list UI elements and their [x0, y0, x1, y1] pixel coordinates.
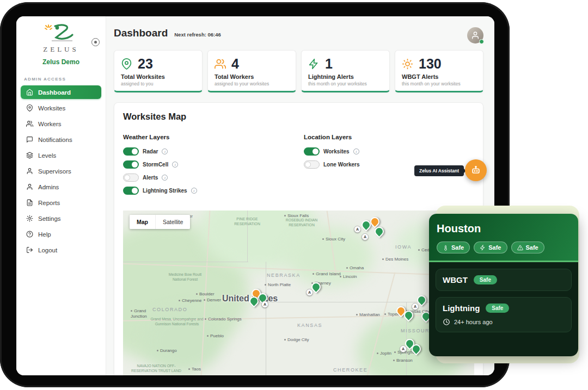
stat-card-lightning-alerts: 1 Lightning Alerts this month on your wo… — [301, 50, 390, 92]
info-icon[interactable]: i — [191, 188, 197, 194]
city-label: Grand Junction — [131, 308, 157, 319]
map-view-button[interactable]: Map — [130, 215, 155, 229]
radar-toggle[interactable] — [123, 147, 139, 156]
state-label: COLORADO — [152, 307, 187, 312]
city-label: Pueblo — [207, 333, 224, 338]
worksites-map[interactable]: Map Satellite United States WYOMING IOWA… — [123, 211, 474, 375]
sidebar-item-settings[interactable]: Settings — [21, 212, 101, 225]
sidebar-item-label: Reports — [38, 200, 60, 206]
satellite-view-button[interactable]: Satellite — [155, 215, 190, 229]
sidebar-item-levels[interactable]: Levels — [21, 148, 101, 162]
city-label: North Platte — [265, 282, 291, 287]
city-label: Durango — [157, 348, 177, 353]
houston-header: Houston Safe Safe Safe — [429, 214, 578, 261]
state-label: MISSOURI — [401, 328, 432, 333]
lightning-time-label: 24+ hours ago — [454, 319, 493, 325]
sidebar-item-dashboard[interactable]: Dashboard — [21, 85, 101, 99]
worksite-marker[interactable]: A — [354, 226, 361, 233]
status-dot — [479, 39, 484, 44]
region-label: Medicine Bow Routt National Forest — [162, 273, 208, 282]
next-refresh-label: Next refresh: 06:46 — [174, 32, 221, 38]
alert-status-pill: Safe — [511, 242, 544, 253]
sidebar-item-label: Settings — [38, 215, 61, 222]
sidebar: ZELUS Zelus Demo ADMIN ACCESS Dashboard … — [16, 16, 106, 375]
worksite-pin-icon — [121, 58, 132, 70]
map-type-controls: Map Satellite — [130, 215, 190, 229]
sidebar-item-workers[interactable]: Workers — [21, 117, 101, 131]
workers-icon — [215, 58, 226, 70]
sidebar-section-label: ADMIN ACCESS — [24, 77, 98, 82]
info-icon[interactable]: i — [162, 175, 168, 181]
stormcell-toggle[interactable] — [123, 160, 139, 169]
info-icon[interactable]: i — [162, 148, 168, 154]
stat-cards-row: 23 Total Worksites assigned to you 4 Tot… — [106, 44, 494, 92]
sidebar-item-reports[interactable]: Reports — [21, 196, 101, 209]
sidebar-item-label: Workers — [38, 121, 62, 127]
worksite-marker[interactable]: A — [261, 301, 268, 308]
state-label: NEBRASKA — [267, 273, 301, 278]
city-label: Sioux Falls — [284, 213, 309, 218]
page-title: Dashboard — [114, 27, 168, 39]
alert-triangle-icon — [517, 245, 523, 251]
sidebar-collapse-button[interactable] — [91, 38, 100, 46]
sidebar-item-worksites[interactable]: Worksites — [21, 101, 101, 115]
file-icon — [26, 199, 33, 206]
stat-label: WBGT Alerts — [402, 73, 476, 80]
sidebar-item-supervisors[interactable]: Supervisors — [21, 164, 101, 178]
stat-card-wbgt-alerts: 130 WBGT Alerts this month on your works… — [395, 50, 483, 92]
layer-row-radar: Radar i — [123, 147, 304, 156]
sidebar-item-logout[interactable]: Logout — [21, 243, 101, 257]
region-label: NAVAJO NATION OFF-RESERVATION TRUST LAND — [125, 364, 187, 374]
pill-label: Safe — [451, 244, 464, 251]
users-icon — [26, 120, 33, 127]
sidebar-item-admins[interactable]: Admins — [21, 180, 101, 194]
city-label: Cheyenne — [179, 298, 201, 303]
chat-icon — [26, 136, 33, 143]
sidebar-item-label: Logout — [38, 247, 57, 253]
state-label: CHEROKEE — [333, 367, 367, 373]
toggle-label: Alerts — [143, 175, 158, 181]
ai-assistant-button[interactable] — [465, 159, 487, 181]
app-screen: ZELUS Zelus Demo ADMIN ACCESS Dashboard … — [16, 16, 494, 375]
pill-label: Safe — [526, 244, 538, 251]
worksite-marker[interactable]: A — [362, 233, 369, 240]
alerts-toggle[interactable] — [123, 174, 139, 182]
user-icon — [26, 168, 33, 175]
worksite-marker[interactable]: A — [400, 345, 407, 352]
worksite-marker[interactable]: A — [412, 303, 419, 310]
toggle-label: StormCell — [143, 162, 168, 168]
sidebar-item-label: Levels — [38, 152, 56, 159]
toggle-label: Worksites — [323, 148, 350, 154]
houston-body: WBGT Safe Lightning Safe 24+ hours ago — [429, 262, 578, 356]
stat-label: Lightning Alerts — [308, 73, 383, 80]
city-label: Denver — [204, 298, 221, 302]
layer-row-alerts: Alerts i — [123, 174, 304, 182]
stat-sublabel: assigned to your worksites — [215, 81, 289, 86]
lightning-status-row: Lightning Safe 24+ hours ago — [436, 297, 572, 332]
sidebar-item-notifications[interactable]: Notifications — [21, 133, 101, 146]
worksite-marker[interactable]: A — [306, 289, 313, 296]
info-icon[interactable]: i — [172, 162, 178, 168]
info-icon[interactable]: i — [353, 148, 359, 154]
account-name: Zelus Demo — [16, 58, 106, 66]
houston-status-card: Houston Safe Safe Safe WBGT — [429, 214, 578, 356]
lightning-icon — [480, 245, 486, 251]
pill-label: Safe — [488, 244, 501, 251]
lone-workers-toggle[interactable] — [304, 160, 320, 169]
toggle-label: Lone Workers — [323, 162, 360, 168]
city-label: Manhattan — [356, 312, 380, 317]
sidebar-item-help[interactable]: Help — [21, 227, 101, 241]
worksites-toggle[interactable] — [304, 147, 320, 156]
lightning-strikes-toggle[interactable] — [123, 187, 139, 195]
state-border — [266, 302, 429, 302]
stat-value: 23 — [138, 56, 153, 72]
city-label: Lincoln — [340, 274, 357, 279]
wbgt-status-row: WBGT Safe — [436, 269, 572, 291]
weather-layers-title: Weather Layers — [123, 134, 304, 140]
sidebar-item-label: Admins — [38, 184, 59, 190]
stat-label: Total Workers — [215, 73, 289, 80]
avatar[interactable] — [467, 27, 483, 44]
wbgt-icon — [443, 245, 449, 251]
houston-status-pills: Safe Safe Safe — [437, 242, 571, 253]
city-label: Des Moines — [382, 257, 408, 262]
